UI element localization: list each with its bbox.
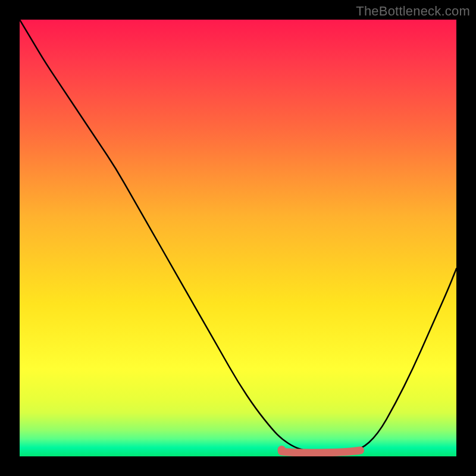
bottleneck-curve [20,20,456,452]
watermark-text: TheBottleneck.com [356,4,470,19]
chart-frame: TheBottleneck.com [0,0,476,476]
flat-start-marker [277,446,286,454]
flat-highlight [281,450,360,453]
curve-svg [20,20,456,456]
plot-area [20,20,456,456]
